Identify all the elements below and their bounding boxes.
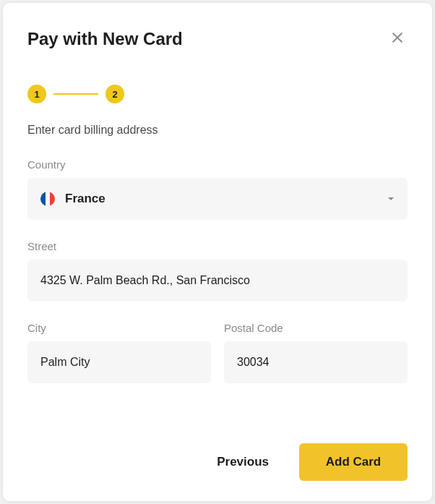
step-1: 1 xyxy=(27,85,46,103)
step-indicator: 1 2 xyxy=(27,85,408,103)
add-card-button[interactable]: Add Card xyxy=(299,443,408,481)
payment-modal: Pay with New Card 1 2 Enter card billing… xyxy=(2,2,433,502)
street-input[interactable] xyxy=(27,260,408,302)
postal-field-group: Postal Code xyxy=(224,322,408,383)
postal-input[interactable] xyxy=(224,341,408,383)
postal-label: Postal Code xyxy=(224,322,408,334)
modal-header: Pay with New Card xyxy=(27,27,408,50)
flag-france-icon xyxy=(40,192,55,206)
step-2: 2 xyxy=(105,85,124,103)
country-select[interactable]: France xyxy=(27,178,408,220)
close-icon xyxy=(390,30,405,47)
country-field-group: Country France xyxy=(27,158,408,220)
country-value: France xyxy=(65,192,387,206)
previous-button[interactable]: Previous xyxy=(204,445,282,479)
close-button[interactable] xyxy=(387,27,408,50)
country-label: Country xyxy=(27,158,408,171)
modal-title: Pay with New Card xyxy=(27,29,183,49)
instruction-text: Enter card billing address xyxy=(27,124,408,137)
street-field-group: Street xyxy=(27,240,408,302)
modal-footer: Previous Add Card xyxy=(27,443,408,481)
step-connector xyxy=(53,93,98,95)
city-input[interactable] xyxy=(27,341,211,383)
city-label: City xyxy=(27,322,211,334)
city-postal-row: City Postal Code xyxy=(27,322,408,383)
street-label: Street xyxy=(27,240,408,252)
chevron-down-icon xyxy=(387,192,395,205)
city-field-group: City xyxy=(27,322,211,383)
